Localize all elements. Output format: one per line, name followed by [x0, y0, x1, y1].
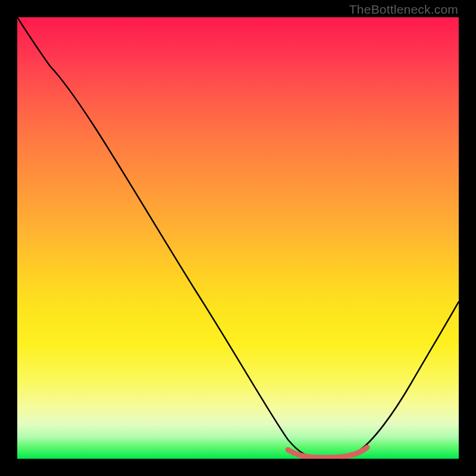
bottleneck-curve: [17, 17, 459, 458]
curve-layer: [17, 17, 459, 459]
highlight-segment: [288, 447, 367, 458]
chart-frame: TheBottleneck.com: [0, 0, 476, 476]
plot-area: [17, 17, 459, 459]
watermark: TheBottleneck.com: [349, 2, 458, 17]
